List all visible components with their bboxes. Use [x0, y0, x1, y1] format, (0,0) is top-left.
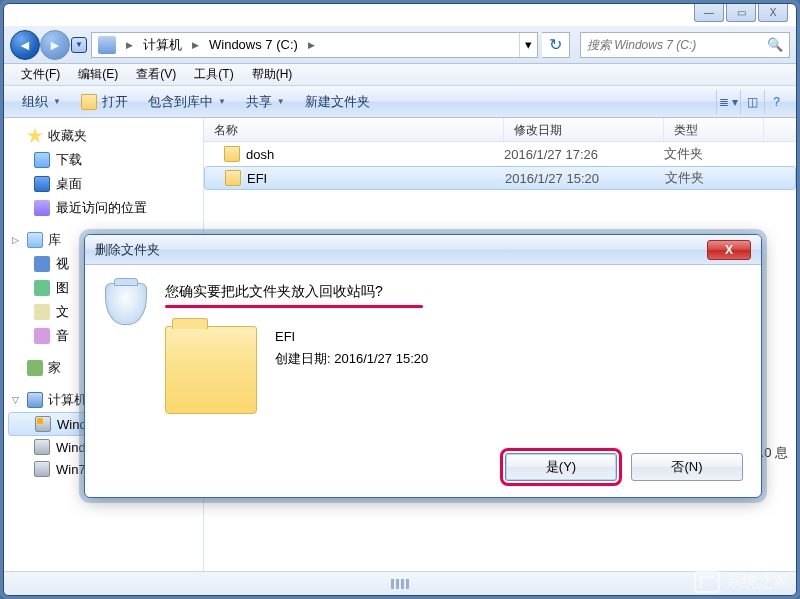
sidebar-desktop[interactable]: 桌面	[4, 172, 203, 196]
folder-large-icon	[165, 326, 257, 414]
sidebar-recent[interactable]: 最近访问的位置	[4, 196, 203, 220]
open-button[interactable]: 打开	[71, 90, 138, 114]
forward-button[interactable]: ►	[40, 30, 70, 60]
star-icon	[27, 128, 43, 144]
video-icon	[34, 256, 50, 272]
view-options-button[interactable]: ≣ ▾	[716, 90, 740, 114]
yes-button[interactable]: 是(Y)	[505, 453, 617, 481]
chevron-right-icon[interactable]: ▶	[122, 40, 137, 50]
breadcrumb-drive[interactable]: Windows 7 (C:)	[205, 33, 302, 57]
share-button[interactable]: 共享▼	[236, 90, 295, 114]
recent-icon	[34, 200, 50, 216]
chevron-right-icon[interactable]: ▶	[188, 40, 203, 50]
toolbar: 组织▼ 打开 包含到库中▼ 共享▼ 新建文件夹 ≣ ▾ ◫ ?	[4, 86, 796, 118]
dialog-item-created: 创建日期: 2016/1/27 15:20	[275, 348, 428, 370]
menu-help[interactable]: 帮助(H)	[243, 64, 302, 85]
titlebar-controls: — ▭ X	[694, 4, 788, 22]
search-input[interactable]	[587, 38, 767, 52]
drive-icon	[34, 461, 50, 477]
dialog-message: 您确实要把此文件夹放入回收站吗?	[165, 283, 741, 301]
watermark-logo-icon	[694, 571, 720, 593]
downloads-icon	[34, 152, 50, 168]
picture-icon	[34, 280, 50, 296]
search-icon[interactable]: 🔍	[767, 37, 783, 52]
newfolder-button[interactable]: 新建文件夹	[295, 90, 380, 114]
menubar: 文件(F) 编辑(E) 查看(V) 工具(T) 帮助(H)	[4, 64, 796, 86]
organize-button[interactable]: 组织▼	[12, 90, 71, 114]
file-row[interactable]: EFI 2016/1/27 15:20 文件夹	[204, 166, 796, 190]
column-headers: 名称 修改日期 类型	[204, 118, 796, 142]
drive-icon	[35, 416, 51, 432]
nav-row: ◄ ► ▼ ▶ 计算机 ▶ Windows 7 (C:) ▶ ▾ ↻ 🔍	[4, 26, 796, 64]
folder-icon	[225, 170, 241, 186]
sidebar-downloads[interactable]: 下载	[4, 148, 203, 172]
watermark: 系统之家	[694, 571, 790, 593]
breadcrumb[interactable]: ▶ 计算机 ▶ Windows 7 (C:) ▶ ▾	[91, 32, 538, 58]
menu-tools[interactable]: 工具(T)	[185, 64, 242, 85]
minimize-button[interactable]: —	[694, 4, 724, 22]
computer-icon	[98, 36, 116, 54]
preview-pane-button[interactable]: ◫	[740, 90, 764, 114]
statusbar	[4, 571, 796, 595]
dialog-title: 删除文件夹	[95, 241, 160, 259]
menu-view[interactable]: 查看(V)	[127, 64, 185, 85]
no-button[interactable]: 否(N)	[631, 453, 743, 481]
homegroup-icon	[27, 360, 43, 376]
menu-edit[interactable]: 编辑(E)	[69, 64, 127, 85]
col-name[interactable]: 名称	[204, 118, 504, 141]
col-type[interactable]: 类型	[664, 118, 764, 141]
breadcrumb-dropdown[interactable]: ▾	[519, 33, 537, 57]
recycle-bin-icon	[105, 283, 147, 325]
music-icon	[34, 328, 50, 344]
chevron-right-icon[interactable]: ▶	[304, 40, 319, 50]
folder-icon	[224, 146, 240, 162]
dialog-close-button[interactable]: X	[707, 240, 751, 260]
desktop-icon	[34, 176, 50, 192]
close-button[interactable]: X	[758, 4, 788, 22]
annotation-underline	[165, 305, 423, 308]
computer-icon	[27, 392, 43, 408]
maximize-button[interactable]: ▭	[726, 4, 756, 22]
dialog-titlebar[interactable]: 删除文件夹 X	[85, 235, 761, 265]
resize-grip[interactable]	[391, 579, 409, 589]
delete-dialog: 删除文件夹 X 您确实要把此文件夹放入回收站吗? EFI 创建日期: 2016/…	[84, 234, 762, 498]
file-row[interactable]: dosh 2016/1/27 17:26 文件夹	[204, 142, 796, 166]
help-icon[interactable]: ?	[764, 90, 788, 114]
menu-file[interactable]: 文件(F)	[12, 64, 69, 85]
sidebar-favorites[interactable]: 收藏夹	[4, 124, 203, 148]
folder-icon	[81, 94, 97, 110]
dialog-item-name: EFI	[275, 326, 428, 348]
refresh-button[interactable]: ↻	[542, 32, 570, 58]
col-date[interactable]: 修改日期	[504, 118, 664, 141]
breadcrumb-computer[interactable]: 计算机	[139, 33, 186, 57]
search-box[interactable]: 🔍	[580, 32, 790, 58]
doc-icon	[34, 304, 50, 320]
history-dropdown[interactable]: ▼	[71, 37, 87, 53]
drive-icon	[34, 439, 50, 455]
include-button[interactable]: 包含到库中▼	[138, 90, 236, 114]
library-icon	[27, 232, 43, 248]
back-button[interactable]: ◄	[10, 30, 40, 60]
